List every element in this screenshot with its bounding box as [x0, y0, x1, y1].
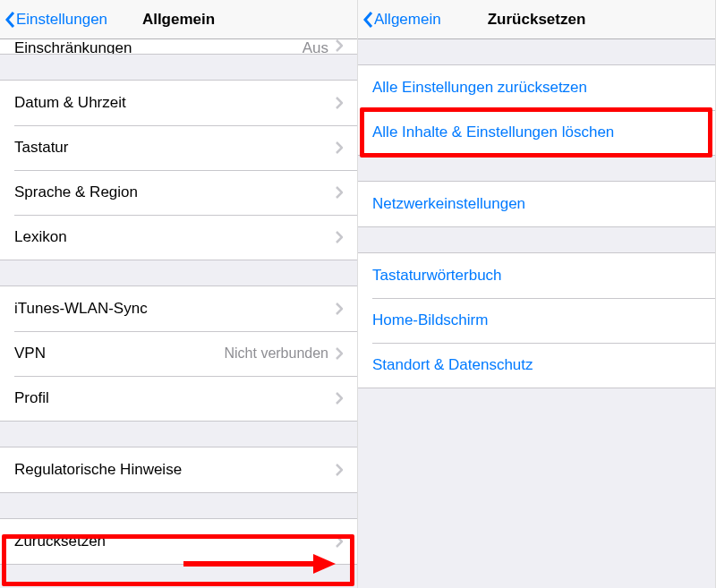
- row-value: Aus: [303, 39, 328, 54]
- row-label: Sprache & Region: [14, 183, 336, 201]
- back-label: Allgemein: [374, 11, 441, 29]
- row-reset[interactable]: Zurücksetzen: [0, 519, 357, 564]
- row-profile[interactable]: Profil: [0, 376, 357, 421]
- chevron-right-icon: [336, 97, 343, 109]
- row-label: Datum & Uhrzeit: [14, 94, 336, 112]
- row-network-settings[interactable]: Netzwerkeinstellungen: [358, 182, 715, 226]
- row-label: Tastaturwörterbuch: [372, 267, 701, 285]
- row-label: Profil: [14, 389, 336, 407]
- chevron-right-icon: [336, 186, 343, 199]
- navbar: Einstellungen Allgemein: [0, 0, 357, 39]
- chevron-right-icon: [336, 392, 343, 405]
- row-dictionary[interactable]: Lexikon: [0, 215, 357, 260]
- back-button[interactable]: Einstellungen: [5, 11, 107, 29]
- row-keyboard[interactable]: Tastatur: [0, 125, 357, 170]
- back-label: Einstellungen: [16, 11, 107, 29]
- row-label: VPN: [14, 345, 224, 362]
- row-label: Lexikon: [14, 228, 336, 246]
- navbar: Allgemein Zurücksetzen: [358, 0, 715, 39]
- row-itunes-wlan-sync[interactable]: iTunes-WLAN-Sync: [0, 286, 357, 331]
- screen-reset: Allgemein Zurücksetzen Alle Einstellunge…: [358, 0, 716, 588]
- chevron-left-icon: [5, 11, 16, 29]
- row-label: Regulatorische Hinweise: [14, 461, 336, 479]
- page-title: Allgemein: [142, 11, 215, 29]
- row-keyboard-dictionary[interactable]: Tastaturwörterbuch: [358, 253, 715, 298]
- chevron-right-icon: [336, 303, 343, 315]
- group-network: Netzwerkeinstellungen: [358, 181, 715, 227]
- group-misc: Tastaturwörterbuch Home-Bildschirm Stand…: [358, 252, 715, 388]
- group-reset-all: Alle Einstellungen zurücksetzen Alle Inh…: [358, 64, 715, 156]
- content: Alle Einstellungen zurücksetzen Alle Inh…: [358, 39, 715, 588]
- group-locale: Datum & Uhrzeit Tastatur Sprache & Regio…: [0, 80, 357, 260]
- row-value: Nicht verbunden: [224, 345, 328, 362]
- row-home-screen[interactable]: Home-Bildschirm: [358, 298, 715, 343]
- group-sync: iTunes-WLAN-Sync VPN Nicht verbunden Pro…: [0, 285, 357, 422]
- row-label: Einschränkungen: [14, 39, 303, 54]
- row-vpn[interactable]: VPN Nicht verbunden: [0, 331, 357, 376]
- row-date-time[interactable]: Datum & Uhrzeit: [0, 81, 357, 125]
- row-label: Alle Inhalte & Einstellungen löschen: [372, 124, 701, 141]
- row-regulatory[interactable]: Regulatorische Hinweise: [0, 447, 357, 492]
- row-label: Netzwerkeinstellungen: [372, 195, 701, 213]
- group-regulatory: Regulatorische Hinweise: [0, 447, 357, 493]
- group-cutoff: Einschränkungen Aus: [0, 39, 357, 55]
- chevron-right-icon: [336, 347, 343, 360]
- row-reset-all-settings[interactable]: Alle Einstellungen zurücksetzen: [358, 65, 715, 110]
- chevron-right-icon: [336, 464, 343, 476]
- chevron-right-icon: [336, 231, 343, 243]
- row-label: Tastatur: [14, 139, 336, 157]
- row-label: Zurücksetzen: [14, 533, 336, 550]
- page-title: Zurücksetzen: [488, 11, 586, 29]
- row-label: Alle Einstellungen zurücksetzen: [372, 79, 701, 97]
- row-location-privacy[interactable]: Standort & Datenschutz: [358, 343, 715, 388]
- back-button[interactable]: Allgemein: [363, 11, 441, 29]
- row-label: Standort & Datenschutz: [372, 356, 701, 374]
- group-reset: Zurücksetzen: [0, 518, 357, 565]
- chevron-right-icon: [336, 535, 343, 548]
- row-label: Home-Bildschirm: [372, 311, 701, 329]
- row-label: iTunes-WLAN-Sync: [14, 300, 336, 318]
- chevron-left-icon: [363, 11, 374, 29]
- chevron-right-icon: [336, 141, 343, 154]
- chevron-right-icon: [336, 39, 343, 52]
- row-language-region[interactable]: Sprache & Region: [0, 170, 357, 215]
- content: Einschränkungen Aus Datum & Uhrzeit Tast…: [0, 39, 357, 588]
- row-erase-all[interactable]: Alle Inhalte & Einstellungen löschen: [358, 110, 715, 155]
- row-restrictions[interactable]: Einschränkungen Aus: [0, 39, 357, 54]
- screen-general: Einstellungen Allgemein Einschränkungen …: [0, 0, 358, 588]
